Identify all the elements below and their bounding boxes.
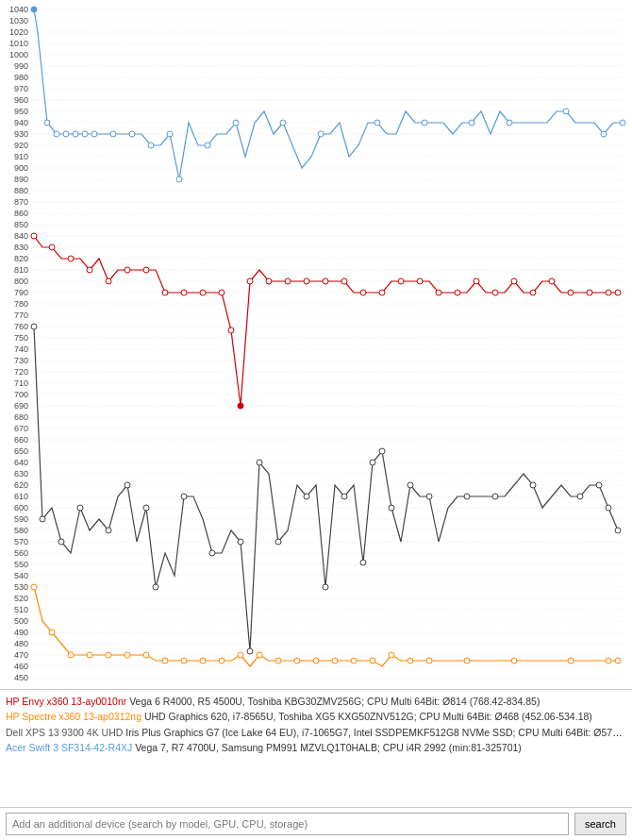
svg-text:1040: 1040 — [9, 5, 28, 14]
svg-point-181 — [77, 505, 83, 511]
svg-point-128 — [110, 131, 116, 137]
svg-text:640: 640 — [14, 458, 28, 467]
svg-text:740: 740 — [14, 344, 28, 354]
svg-point-121 — [31, 7, 37, 12]
svg-point-206 — [606, 505, 611, 511]
svg-text:580: 580 — [14, 526, 28, 535]
svg-point-226 — [370, 658, 375, 664]
svg-text:860: 860 — [14, 209, 28, 218]
svg-text:830: 830 — [14, 243, 28, 252]
bottom-bar: search — [0, 807, 632, 840]
svg-point-191 — [275, 539, 281, 545]
svg-point-215 — [162, 658, 168, 664]
legend-desc-3: Iris Plus Graphics G7 (Ice Lake 64 EU), … — [125, 727, 626, 738]
legend-link-2[interactable]: HP Spectre x360 13-ap0312ng — [6, 711, 141, 722]
svg-text:680: 680 — [14, 412, 28, 422]
svg-point-231 — [511, 658, 517, 664]
svg-text:950: 950 — [14, 107, 28, 116]
svg-point-196 — [370, 460, 375, 465]
svg-point-205 — [596, 482, 602, 488]
legend-desc-4: Vega 7, R7 4700U, Samsung PM991 MZVLQ1T0… — [135, 742, 522, 753]
svg-text:840: 840 — [14, 231, 28, 241]
svg-point-194 — [341, 494, 347, 499]
svg-point-139 — [469, 120, 474, 126]
svg-text:850: 850 — [14, 220, 28, 229]
svg-point-180 — [58, 539, 64, 545]
svg-point-234 — [615, 658, 621, 664]
svg-point-150 — [143, 267, 149, 273]
legend-link-3[interactable]: Dell XPS 13 9300 4K UHD — [6, 727, 123, 738]
svg-text:460: 460 — [14, 662, 28, 671]
svg-text:650: 650 — [14, 446, 28, 456]
svg-point-129 — [129, 131, 135, 137]
svg-point-177 — [615, 290, 621, 295]
svg-text:600: 600 — [14, 503, 28, 512]
svg-point-168 — [455, 290, 460, 295]
svg-point-186 — [181, 494, 187, 499]
svg-text:540: 540 — [14, 571, 28, 580]
svg-point-156 — [238, 403, 243, 409]
svg-text:630: 630 — [14, 469, 28, 479]
svg-text:450: 450 — [14, 673, 28, 682]
svg-text:490: 490 — [14, 628, 28, 637]
legend-item-4: Acer Swift 3 SF314-42-R4XJ Vega 7, R7 47… — [6, 740, 626, 755]
svg-text:570: 570 — [14, 537, 28, 546]
svg-point-134 — [233, 120, 239, 126]
svg-text:790: 790 — [14, 288, 28, 297]
search-input[interactable] — [6, 813, 569, 835]
svg-text:560: 560 — [14, 548, 28, 558]
svg-point-222 — [294, 658, 300, 664]
svg-point-130 — [148, 143, 154, 148]
svg-point-131 — [167, 131, 173, 137]
svg-point-166 — [417, 278, 423, 284]
legend-desc-2: UHD Graphics 620, i7-8565U, Toshiba XG5 … — [144, 711, 592, 722]
svg-text:520: 520 — [14, 594, 28, 603]
svg-point-142 — [601, 131, 607, 137]
svg-point-146 — [68, 256, 74, 261]
svg-point-167 — [436, 290, 441, 295]
svg-point-140 — [507, 120, 512, 126]
svg-text:710: 710 — [14, 378, 28, 388]
svg-point-189 — [247, 648, 253, 654]
svg-text:870: 870 — [14, 197, 28, 207]
svg-text:620: 620 — [14, 480, 28, 490]
legend-link-4[interactable]: Acer Swift 3 SF314-42-R4XJ — [6, 742, 132, 753]
svg-point-173 — [549, 278, 555, 284]
svg-text:480: 480 — [14, 639, 28, 648]
svg-point-213 — [125, 652, 130, 658]
svg-point-132 — [176, 176, 182, 182]
svg-point-171 — [511, 278, 517, 284]
search-button[interactable]: search — [574, 813, 626, 835]
svg-point-149 — [125, 267, 130, 273]
legend-desc-1: Vega 6 R4000, R5 4500U, Toshiba KBG30ZMV… — [129, 696, 540, 707]
svg-point-163 — [360, 290, 366, 295]
svg-text:800: 800 — [14, 277, 28, 286]
svg-text:530: 530 — [14, 582, 28, 592]
svg-text:750: 750 — [14, 333, 28, 343]
svg-point-220 — [257, 652, 262, 658]
svg-text:760: 760 — [14, 322, 28, 331]
svg-point-175 — [587, 290, 592, 295]
svg-point-223 — [313, 658, 319, 664]
svg-point-136 — [318, 131, 324, 137]
svg-point-157 — [247, 278, 253, 284]
legend-item-1: HP Envy x360 13-ay0010nr Vega 6 R4000, R… — [6, 694, 626, 709]
svg-point-151 — [162, 290, 168, 295]
svg-point-193 — [323, 584, 328, 590]
svg-text:690: 690 — [14, 401, 28, 411]
svg-point-190 — [257, 460, 262, 465]
svg-point-170 — [492, 290, 498, 295]
svg-point-155 — [228, 328, 234, 333]
svg-text:700: 700 — [14, 390, 28, 399]
legend-item-2: HP Spectre x360 13-ap0312ng UHD Graphics… — [6, 709, 626, 724]
svg-point-135 — [280, 120, 286, 126]
svg-rect-0 — [0, 0, 632, 689]
svg-text:900: 900 — [14, 163, 28, 173]
svg-point-160 — [304, 278, 309, 284]
legend-link-1[interactable]: HP Envy x360 13-ay0010nr — [6, 696, 126, 707]
svg-point-195 — [360, 560, 366, 565]
svg-text:890: 890 — [14, 175, 28, 184]
svg-text:810: 810 — [14, 265, 28, 275]
svg-point-138 — [422, 120, 427, 126]
svg-point-165 — [398, 278, 404, 284]
